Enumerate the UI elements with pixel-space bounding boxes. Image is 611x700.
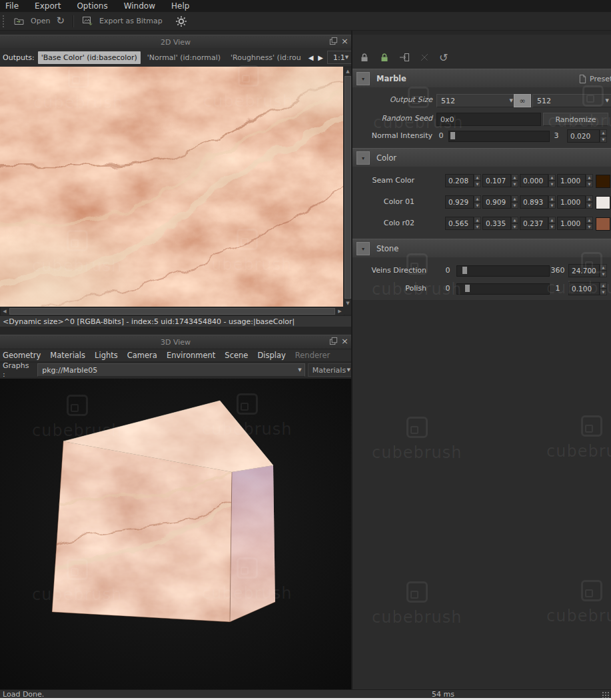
output-size-width-dropdown[interactable]: 512 ▼ [436, 94, 516, 107]
seam-color-g-field[interactable]: 0.107 ▲▼ [482, 174, 518, 187]
section-header-color[interactable]: ▾ Color [351, 148, 611, 168]
spinner[interactable]: ▲▼ [548, 217, 556, 230]
a-value[interactable]: 1.000 [557, 195, 586, 209]
spin-down-icon[interactable]: ▼ [586, 181, 593, 187]
refresh-icon[interactable]: ↻ [56, 16, 65, 26]
scroll-thumb-vertical[interactable] [344, 76, 351, 299]
spinner[interactable]: ▲▼ [511, 217, 518, 230]
menu-materials[interactable]: Materials [50, 351, 85, 360]
spinner[interactable]: ▲▼ [511, 195, 518, 209]
spin-down-icon[interactable]: ▼ [600, 289, 607, 295]
spinner[interactable]: ▲▼ [600, 264, 607, 277]
float-panel-icon[interactable] [329, 337, 338, 345]
spinner[interactable]: ▲▼ [600, 282, 607, 295]
spin-down-icon[interactable]: ▼ [586, 223, 593, 230]
gear-settings-icon[interactable] [175, 15, 187, 27]
output-tab-basecolor[interactable]: 'Base Color' (id:basecolor) [38, 51, 141, 64]
spinner[interactable]: ▲▼ [600, 129, 607, 143]
color-01-b-field[interactable]: 0.893 ▲▼ [520, 195, 556, 209]
output-tab-roughness[interactable]: 'Roughness' (id:rou [227, 51, 305, 64]
b-value[interactable]: 0.237 [520, 217, 548, 230]
spin-up-icon[interactable]: ▲ [586, 217, 593, 223]
r-value[interactable]: 0.208 [445, 174, 474, 187]
veins-direction-slider[interactable] [456, 265, 550, 277]
section-header-marble[interactable]: ▾ Marble Presets [351, 69, 611, 89]
g-value[interactable]: 0.107 [482, 174, 511, 187]
spin-up-icon[interactable]: ▲ [600, 129, 607, 136]
lock-icon[interactable] [359, 52, 370, 63]
dock-divider[interactable] [351, 30, 352, 689]
spin-up-icon[interactable]: ▲ [511, 217, 518, 223]
close-panel-icon[interactable]: × [341, 337, 348, 345]
color-02-b-field[interactable]: 0.237 ▲▼ [520, 217, 556, 230]
spin-up-icon[interactable]: ▲ [548, 174, 556, 181]
zoom-level-dropdown[interactable]: 1:1 ▼ [327, 51, 352, 64]
spin-down-icon[interactable]: ▼ [511, 202, 518, 209]
b-value[interactable]: 0.893 [520, 195, 548, 209]
polish-slider[interactable] [456, 283, 550, 295]
export-bitmap-icon[interactable] [82, 15, 93, 27]
presets-button[interactable]: Presets [578, 74, 611, 84]
expose-parameter-icon[interactable] [399, 52, 410, 63]
spin-up-icon[interactable]: ▲ [548, 195, 556, 202]
slider-thumb[interactable] [450, 132, 455, 139]
menu-camera[interactable]: Camera [127, 351, 157, 360]
polish-spin[interactable]: 0.100 ▲▼ [568, 282, 607, 295]
b-value[interactable]: 0.000 [520, 174, 548, 187]
spinner[interactable]: ▲▼ [511, 174, 518, 187]
open-button[interactable]: Open [31, 17, 50, 25]
menu-geometry[interactable]: Geometry [3, 351, 41, 360]
spin-down-icon[interactable]: ▼ [548, 202, 556, 209]
menu-scene[interactable]: Scene [225, 351, 248, 360]
outputs-prev-icon[interactable]: ◀ [308, 54, 314, 61]
collapse-chevron-icon[interactable]: ▾ [356, 242, 370, 255]
r-value[interactable]: 0.929 [445, 195, 474, 209]
spin-up-icon[interactable]: ▲ [474, 195, 481, 202]
texture-2d-canvas[interactable] [0, 67, 343, 307]
menu-window[interactable]: Window [124, 1, 155, 11]
g-value[interactable]: 0.335 [482, 217, 511, 230]
veins-direction-value[interactable]: 24.700 [568, 264, 600, 277]
spinner[interactable]: ▲▼ [474, 174, 481, 187]
randomize-button[interactable]: Randomize [543, 113, 608, 126]
normal-intensity-spin[interactable]: 0.020 ▲▼ [567, 129, 607, 143]
spin-down-icon[interactable]: ▼ [511, 223, 518, 230]
spin-down-icon[interactable]: ▼ [548, 181, 556, 187]
spin-down-icon[interactable]: ▼ [548, 223, 556, 230]
color-02-a-field[interactable]: 1.000 ▲▼ [557, 217, 593, 230]
normal-intensity-slider[interactable] [448, 131, 550, 142]
menu-options[interactable]: Options [77, 1, 107, 11]
menu-lights[interactable]: Lights [95, 351, 118, 360]
spinner[interactable]: ▲▼ [586, 217, 593, 230]
spin-down-icon[interactable]: ▼ [600, 136, 607, 143]
spinner[interactable]: ▲▼ [586, 195, 593, 209]
normal-intensity-value[interactable]: 0.020 [567, 129, 600, 143]
color-02-g-field[interactable]: 0.335 ▲▼ [482, 217, 518, 230]
color-01-swatch[interactable] [596, 196, 610, 209]
g-value[interactable]: 0.909 [482, 195, 511, 209]
r-value[interactable]: 0.565 [445, 217, 474, 230]
spin-down-icon[interactable]: ▼ [474, 202, 481, 209]
color-01-r-field[interactable]: 0.929 ▲▼ [445, 195, 481, 209]
spinner[interactable]: ▲▼ [586, 174, 593, 187]
open-folder-icon[interactable] [13, 16, 25, 27]
outputs-next-icon[interactable]: ▶ [317, 54, 324, 61]
viewport-3d-canvas[interactable] [0, 379, 351, 689]
lock-green-icon[interactable] [379, 52, 390, 63]
seam-color-r-field[interactable]: 0.208 ▲▼ [445, 174, 481, 187]
spin-down-icon[interactable]: ▼ [511, 181, 518, 187]
scroll-left-icon[interactable]: ◀ [1, 307, 9, 315]
collapse-chevron-icon[interactable]: ▾ [356, 72, 370, 85]
link-size-toggle[interactable]: ∞ [514, 94, 531, 107]
spin-up-icon[interactable]: ▲ [474, 217, 481, 223]
collapse-chevron-icon[interactable]: ▾ [356, 151, 370, 165]
spin-up-icon[interactable]: ▲ [586, 195, 593, 202]
spinner[interactable]: ▲▼ [548, 195, 556, 209]
spinner[interactable]: ▲▼ [474, 217, 481, 230]
spin-up-icon[interactable]: ▲ [511, 195, 518, 202]
toolbar-grip-handle[interactable] [3, 15, 6, 27]
spinner[interactable]: ▲▼ [548, 174, 556, 187]
spin-down-icon[interactable]: ▼ [474, 181, 481, 187]
materials-dropdown[interactable]: Materials ▼ [308, 363, 354, 377]
color-02-r-field[interactable]: 0.565 ▲▼ [445, 217, 481, 230]
